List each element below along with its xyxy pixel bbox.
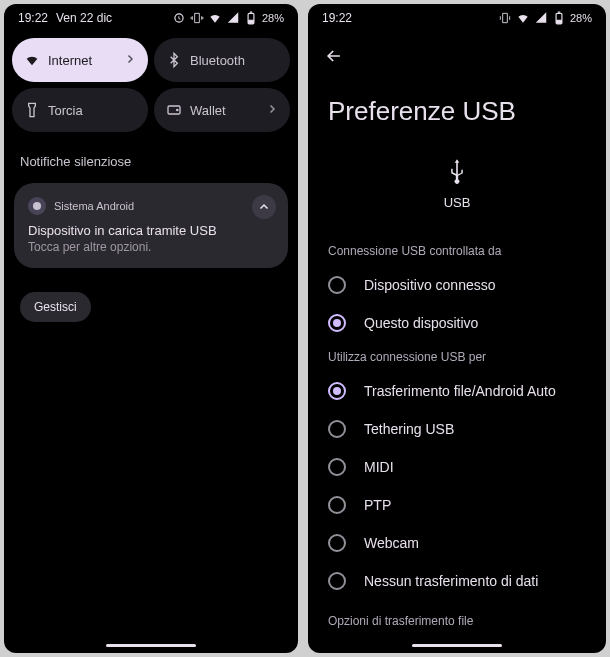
battery-icon (244, 11, 258, 25)
radio-no-transfer[interactable]: Nessun trasferimento di dati (308, 562, 606, 600)
chevron-right-icon (266, 103, 278, 118)
usb-icon (443, 157, 471, 185)
usb-hero-label: USB (444, 195, 471, 210)
status-icons: 28% (172, 11, 284, 25)
battery-icon (552, 11, 566, 25)
chevron-right-icon (124, 53, 136, 68)
qs-tile-bluetooth[interactable]: Bluetooth (154, 38, 290, 82)
qs-tile-wallet[interactable]: Wallet (154, 88, 290, 132)
radio-icon (328, 496, 346, 514)
signal-icon (534, 11, 548, 25)
svg-rect-6 (557, 20, 562, 23)
qs-tile-label: Torcia (48, 103, 83, 118)
qs-tile-label: Bluetooth (190, 53, 245, 68)
manage-button[interactable]: Gestisci (20, 292, 91, 322)
radio-tethering[interactable]: Tethering USB (308, 410, 606, 448)
notif-app-name: Sistema Android (54, 200, 134, 212)
nav-handle[interactable] (106, 644, 196, 647)
svg-rect-1 (249, 20, 254, 23)
battery-percent: 28% (570, 12, 592, 24)
radio-icon (328, 534, 346, 552)
file-transfer-options-label: Opzioni di trasferimento file (308, 600, 606, 628)
status-time: 19:22 (18, 11, 48, 25)
status-icons: 28% (498, 11, 592, 25)
svg-point-4 (33, 202, 41, 210)
notification-card[interactable]: Sistema Android Dispositivo in carica tr… (14, 183, 288, 268)
qs-tile-label: Wallet (190, 103, 226, 118)
radio-icon (328, 458, 346, 476)
quick-settings-grid: Internet Bluetooth Torcia Wallet (4, 32, 298, 138)
arrow-left-icon (324, 46, 344, 66)
collapse-button[interactable] (252, 195, 276, 219)
radio-midi[interactable]: MIDI (308, 448, 606, 486)
radio-label: Webcam (364, 535, 419, 551)
radio-icon (328, 572, 346, 590)
radio-this-device[interactable]: Questo dispositivo (308, 304, 606, 342)
qs-tile-label: Internet (48, 53, 92, 68)
radio-label: Questo dispositivo (364, 315, 478, 331)
usb-hero: USB (308, 157, 606, 236)
back-button[interactable] (308, 32, 606, 80)
radio-icon (328, 420, 346, 438)
silent-notif-header: Notifiche silenziose (4, 138, 298, 177)
radio-file-transfer[interactable]: Trasferimento file/Android Auto (308, 372, 606, 410)
radio-label: MIDI (364, 459, 394, 475)
vibrate-icon (190, 11, 204, 25)
vibrate-icon (498, 11, 512, 25)
status-bar: 19:22 28% (308, 4, 606, 32)
phone-usb-prefs: 19:22 28% Preferenze USB USB Connessio (308, 4, 606, 653)
radio-icon (328, 276, 346, 294)
alarm-icon (172, 11, 186, 25)
bluetooth-icon (166, 52, 182, 68)
radio-webcam[interactable]: Webcam (308, 524, 606, 562)
phone-quick-settings: 19:22 Ven 22 dic 28% (4, 4, 298, 653)
status-time: 19:22 (322, 11, 352, 25)
nav-handle[interactable] (412, 644, 502, 647)
wifi-icon (24, 52, 40, 68)
radio-label: Dispositivo connesso (364, 277, 496, 293)
page-title: Preferenze USB (308, 80, 606, 157)
chevron-up-icon (258, 201, 270, 213)
radio-label: Tethering USB (364, 421, 454, 437)
radio-icon (328, 382, 346, 400)
android-system-icon (28, 197, 46, 215)
flashlight-icon (24, 102, 40, 118)
qs-tile-internet[interactable]: Internet (12, 38, 148, 82)
wallet-icon (166, 102, 182, 118)
section-controlled-by: Connessione USB controllata da (308, 236, 606, 266)
radio-ptp[interactable]: PTP (308, 486, 606, 524)
battery-percent: 28% (262, 12, 284, 24)
radio-label: Nessun trasferimento di dati (364, 573, 538, 589)
wifi-icon (516, 11, 530, 25)
status-date: Ven 22 dic (56, 11, 112, 25)
notif-title: Dispositivo in carica tramite USB (28, 223, 274, 238)
wifi-icon (208, 11, 222, 25)
qs-tile-torch[interactable]: Torcia (12, 88, 148, 132)
status-bar: 19:22 Ven 22 dic 28% (4, 4, 298, 32)
signal-icon (226, 11, 240, 25)
notif-subtitle: Tocca per altre opzioni. (28, 240, 274, 254)
radio-label: PTP (364, 497, 391, 513)
section-use-for: Utilizza connessione USB per (308, 342, 606, 372)
radio-icon (328, 314, 346, 332)
radio-label: Trasferimento file/Android Auto (364, 383, 556, 399)
svg-point-3 (177, 109, 178, 110)
radio-connected-device[interactable]: Dispositivo connesso (308, 266, 606, 304)
